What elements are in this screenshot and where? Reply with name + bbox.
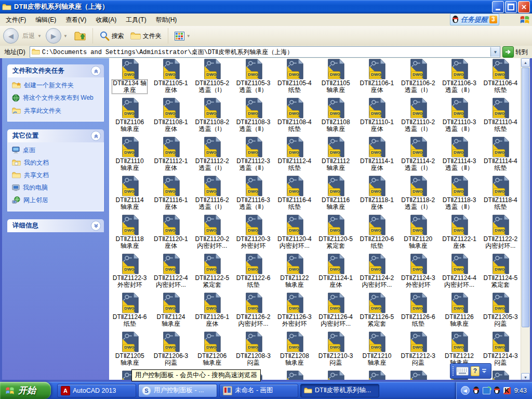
back-dropdown-icon[interactable]: ▼ [37,34,42,38]
qq-tray-icon[interactable] [472,387,480,395]
file-item[interactable]: DWG DTⅡZ1110轴承座 [109,137,150,176]
file-item[interactable]: DWG DTⅡZ1108轴承座 [315,98,356,137]
file-item[interactable]: DWG DTⅡZ1206轴承座 [192,331,233,370]
menu-item[interactable]: 编辑(E) [31,14,61,26]
file-item[interactable]: DWG DTⅡZ1116-2透盖（Ⅰ） [192,176,233,215]
file-item[interactable]: DWG DTⅡZ1110-3透盖（Ⅱ） [438,98,480,137]
file-item[interactable]: DWG DTⅡZ1116轴承座 [315,176,356,215]
back-button[interactable]: ◀ [3,28,19,44]
file-item[interactable]: DWG DTⅡZ1112-1座体 [150,137,191,176]
sidebar-item[interactable]: 创建一个新文件夹 [12,82,100,90]
file-item[interactable]: DWG DTⅡZ1120轴承座 [397,215,438,254]
file-item[interactable]: DWG DTⅡZ1112-4纸垫 [274,137,315,176]
file-item[interactable]: DWG DTⅡZ1108-1座体 [150,98,191,137]
chevron-up-icon[interactable] [91,66,101,76]
views-button[interactable]: ▼ [172,31,195,42]
file-item[interactable]: DWG DTⅡZ1122-1座体 [438,215,480,254]
task-reminder-badge[interactable]: 任务提醒 3 [450,14,499,25]
file-item[interactable]: DWG DTⅡZ1114-4纸垫 [480,137,521,176]
file-item[interactable]: DWG DTⅡZ1118轴承座 [109,215,150,254]
vertical-scrollbar[interactable]: ▲ ▼ [521,58,530,382]
start-button[interactable]: 开始 [0,382,51,399]
langbar-grip[interactable] [452,366,454,376]
file-item[interactable]: DWG DTⅡZ1116-3透盖（Ⅱ） [233,176,274,215]
file-item[interactable]: DWG DTⅡZ1124-1座体 [315,254,356,292]
address-input[interactable] [41,48,490,56]
file-item[interactable]: DWG DTⅡZ1210轴承座 [356,331,397,370]
file-item[interactable]: DWG DTⅡZ1124-2内密封环... [356,254,397,292]
file-item[interactable]: DWG DTⅡZ1126-6纸垫 [397,292,438,331]
file-item[interactable]: DWG DTⅡZ1124-6纸垫 [109,292,150,331]
menu-item[interactable]: 查看(V) [61,14,91,26]
file-item[interactable]: DWG DTⅡZ1116-1座体 [150,176,191,215]
close-button[interactable]: × [518,1,530,13]
scroll-thumb[interactable] [522,68,529,327]
sidebar-item[interactable]: 我的电脑 [12,184,100,193]
file-item[interactable]: DWG DTⅡZ1114-2透盖（Ⅰ） [397,137,438,176]
file-item[interactable]: DWG DTⅡZ1106-3透盖（Ⅱ） [438,59,480,98]
file-item[interactable]: DWG DTⅡZ1120-5紧定套 [315,215,356,254]
file-item[interactable]: DWG DTⅡZ1105-3透盖（Ⅱ） [233,59,274,98]
file-item[interactable]: DWG DTⅡZ1108-2透盖（Ⅰ） [192,98,233,137]
taskbar-button[interactable]: AAutoCAD 2013 [57,384,136,397]
sidebar-item[interactable]: 共享文档 [12,171,100,180]
sidebar-item[interactable]: 我的文档 [12,159,100,168]
file-item[interactable]: DWG DTⅡZ1122-6纸垫 [233,254,274,292]
messenger-tray-icon[interactable] [493,387,501,395]
file-item[interactable]: DWG DTⅡZ1114-3透盖（Ⅱ） [438,137,480,176]
network-tray-icon[interactable] [483,387,490,395]
file-item[interactable]: DWG DTⅡZ1114-1座体 [356,137,397,176]
file-item[interactable]: DWG DTⅡZ1126-3外密封环 [274,292,315,331]
file-item[interactable]: DWG DTⅡZ1118-4纸垫 [480,176,521,215]
forward-button[interactable]: ▶ [46,28,61,44]
file-item[interactable]: DWG DTⅡZ1206-3闷盖 [150,331,191,370]
language-bar[interactable]: ? [450,363,491,379]
file-item[interactable]: DWG DTⅡZ1120-2内密封环... [192,215,233,254]
file-item[interactable]: DWG DTⅡZ1112-3透盖（Ⅱ） [233,137,274,176]
menu-item[interactable]: 文件(F) [1,14,31,26]
sidebar-item[interactable]: 网上邻居 [12,196,100,206]
file-item[interactable]: DWG DTⅡZ1120-1座体 [150,215,191,254]
file-item[interactable]: DWG DTⅡZ1210-3闷盖 [315,331,356,370]
file-item[interactable]: DWG DTⅡZ1124-3外密封环 [397,254,438,292]
file-item[interactable]: DWG DTⅡZ134 轴承座 [109,59,150,98]
folders-button[interactable]: 文件夹 [128,31,164,42]
file-item[interactable]: DWG DTⅡZ1105-2透盖（Ⅰ） [192,59,233,98]
panel-file-tasks-header[interactable]: 文件和文件夹任务 [7,64,104,77]
forward-dropdown-icon[interactable]: ▼ [63,34,68,38]
file-item[interactable]: DWG DTⅡZ1106轴承座 [109,98,150,137]
minimize-button[interactable] [492,1,504,13]
menu-item[interactable]: 帮助(H) [151,14,182,26]
file-item[interactable]: DWG DTⅡZ1108-3透盖（Ⅱ） [233,98,274,137]
file-item[interactable]: DWG DTⅡZ1122-3外密封环 [109,254,150,292]
file-item[interactable]: DWG DTⅡZ1106-2透盖（Ⅰ） [397,59,438,98]
tray-collapse-icon[interactable]: ◀ [461,386,470,395]
file-item[interactable]: DWG DTⅡZ1120-4内密封环... [274,215,315,254]
file-item[interactable]: DWG DTⅡZ1110-1座体 [356,98,397,137]
langbar-options[interactable] [482,369,486,373]
go-button[interactable]: 转到 [502,46,530,58]
sidebar-item[interactable]: 将这个文件夹发布到 Web [12,94,100,103]
panel-details-header[interactable]: 详细信息 [7,219,104,232]
file-item[interactable]: DWG DTⅡZ1118-1座体 [356,176,397,215]
file-item[interactable]: DWG DTⅡZ1122-5紧定套 [192,254,233,292]
file-item[interactable]: DWG DTⅡZ1105轴承座 [315,59,356,98]
chevron-down-icon[interactable] [91,221,101,231]
file-item[interactable]: DWG DTⅡZ1106-1座体 [356,59,397,98]
menu-item[interactable]: 收藏(A) [91,14,121,26]
file-item[interactable]: DWG DTⅡZ1205轴承座 [109,331,150,370]
file-item[interactable]: DWG DTⅡZ1116-4纸垫 [274,176,315,215]
file-item[interactable]: DWG DTⅡZ1118-2透盖（Ⅰ） [397,176,438,215]
title-bar[interactable]: DTⅡ皮带机系列轴承座（上海） × [0,0,532,14]
help-icon[interactable]: ? [471,366,480,376]
chevron-up-icon[interactable] [91,131,101,141]
sidebar-item[interactable]: 共享此文件夹 [12,107,100,116]
kaspersky-tray-icon[interactable]: K [503,387,511,394]
address-dropdown-button[interactable]: ▼ [490,47,500,57]
taskbar-button[interactable]: DTⅡ皮带机系列轴... [300,384,379,397]
file-item[interactable]: DWG DTⅡZ1208轴承座 [274,331,315,370]
keyboard-icon[interactable] [456,367,469,376]
file-item[interactable]: DWG DTⅡZ1112轴承座 [315,137,356,176]
file-item[interactable]: DWG DTⅡZ1114轴承座 [109,176,150,215]
file-item[interactable]: DWG DTⅡZ1122-2内密封环... [480,215,521,254]
